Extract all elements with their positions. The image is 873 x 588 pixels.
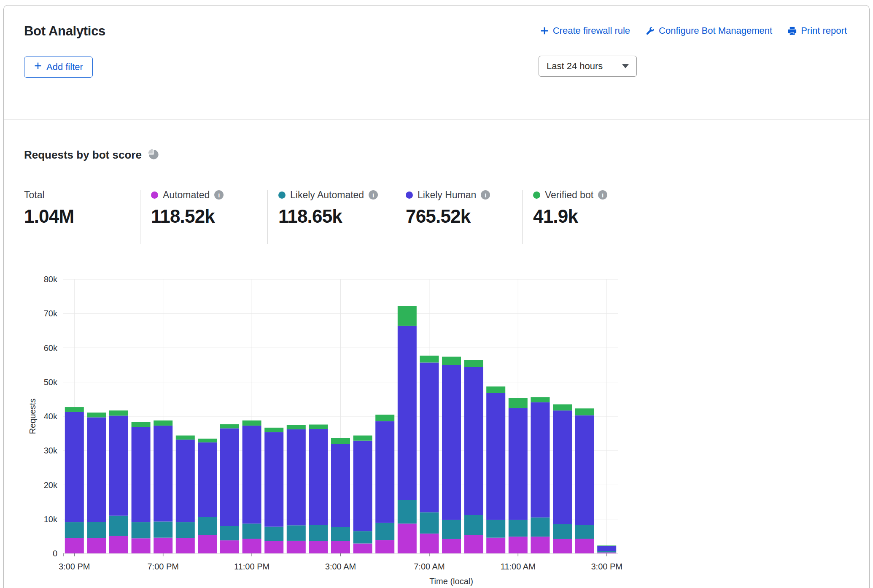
bar-segment[interactable] [597,551,616,552]
info-icon[interactable]: i [369,190,378,200]
bar-segment[interactable] [87,538,106,553]
bar-segment[interactable] [176,440,195,522]
bar-segment[interactable] [287,429,306,526]
bar-segment[interactable] [331,541,350,553]
bar-segment[interactable] [198,517,217,535]
bar-segment[interactable] [264,432,283,526]
bar-segment[interactable] [109,415,128,515]
bar-segment[interactable] [353,543,372,553]
time-range-dropdown[interactable]: Last 24 hours [539,56,637,77]
bar-segment[interactable] [132,427,151,522]
bar-segment[interactable] [220,428,239,526]
bar-segment[interactable] [198,535,217,553]
configure-bot-management-link[interactable]: Configure Bot Management [645,25,772,36]
bar-segment[interactable] [176,522,195,538]
bar-segment[interactable] [220,540,239,553]
bar-segment[interactable] [242,539,261,553]
bar-segment[interactable] [331,527,350,541]
bar-segment[interactable] [597,545,616,546]
bar-segment[interactable] [486,393,505,520]
bar-segment[interactable] [176,436,195,440]
bar-segment[interactable] [486,538,505,553]
bar-segment[interactable] [375,540,394,553]
bar-segment[interactable] [575,408,594,415]
bar-segment[interactable] [442,520,461,539]
bar-segment[interactable] [398,326,417,500]
bar-segment[interactable] [287,425,306,429]
bar-segment[interactable] [132,522,151,538]
bar-segment[interactable] [464,535,483,553]
bar-segment[interactable] [464,367,483,515]
bar-segment[interactable] [87,522,106,538]
bar-segment[interactable] [154,426,172,522]
bar-segment[interactable] [531,402,550,518]
bar-segment[interactable] [242,523,261,539]
bar-segment[interactable] [375,421,394,523]
bar-segment[interactable] [65,412,84,522]
bar-segment[interactable] [420,512,439,534]
bar-segment[interactable] [553,410,572,524]
bar-segment[interactable] [509,537,528,553]
bar-segment[interactable] [309,541,328,553]
bar-segment[interactable] [531,397,550,402]
bar-segment[interactable] [264,541,283,553]
bar-segment[interactable] [353,531,372,543]
print-report-link[interactable]: Print report [787,25,847,36]
bar-segment[interactable] [353,441,372,531]
bar-segment[interactable] [109,516,128,536]
bar-segment[interactable] [464,360,483,367]
bar-segment[interactable] [509,520,528,537]
bar-segment[interactable] [198,439,217,442]
bar-segment[interactable] [287,541,306,553]
bar-segment[interactable] [575,525,594,539]
bar-segment[interactable] [309,429,328,525]
bar-segment[interactable] [132,538,151,553]
bar-segment[interactable] [264,428,283,432]
bar-segment[interactable] [553,524,572,539]
bar-segment[interactable] [109,410,128,415]
bar-segment[interactable] [375,523,394,540]
bar-segment[interactable] [442,357,461,365]
bar-segment[interactable] [575,539,594,553]
bar-segment[interactable] [176,538,195,553]
bar-segment[interactable] [198,442,217,517]
bar-segment[interactable] [398,500,417,523]
bar-segment[interactable] [109,536,128,553]
bar-segment[interactable] [154,521,172,537]
bar-segment[interactable] [331,438,350,444]
bar-segment[interactable] [132,422,151,427]
bar-segment[interactable] [87,417,106,522]
info-icon[interactable]: i [481,190,490,200]
bar-segment[interactable] [509,398,528,408]
bar-segment[interactable] [242,426,261,523]
bar-segment[interactable] [87,413,106,417]
bar-segment[interactable] [309,525,328,541]
pie-chart-icon[interactable] [148,148,159,162]
bar-segment[interactable] [442,365,461,520]
bar-segment[interactable] [353,436,372,441]
bar-segment[interactable] [486,386,505,393]
bar-segment[interactable] [398,523,417,553]
bar-segment[interactable] [464,515,483,535]
bar-segment[interactable] [264,527,283,541]
bar-segment[interactable] [486,520,505,537]
bar-segment[interactable] [375,415,394,421]
bar-segment[interactable] [154,421,172,426]
add-filter-button[interactable]: Add filter [24,57,93,78]
bar-segment[interactable] [65,407,84,412]
bar-segment[interactable] [398,306,417,326]
info-icon[interactable]: i [598,190,607,200]
bar-segment[interactable] [575,415,594,525]
bar-segment[interactable] [442,539,461,553]
bar-segment[interactable] [331,444,350,527]
bar-segment[interactable] [597,546,616,551]
bar-segment[interactable] [220,424,239,429]
bar-segment[interactable] [531,518,550,537]
bar-segment[interactable] [597,553,616,553]
bar-segment[interactable] [242,421,261,426]
bar-segment[interactable] [553,405,572,411]
create-firewall-rule-link[interactable]: Create firewall rule [540,25,630,36]
bar-segment[interactable] [531,537,550,553]
bar-segment[interactable] [420,534,439,553]
bar-segment[interactable] [154,538,172,553]
